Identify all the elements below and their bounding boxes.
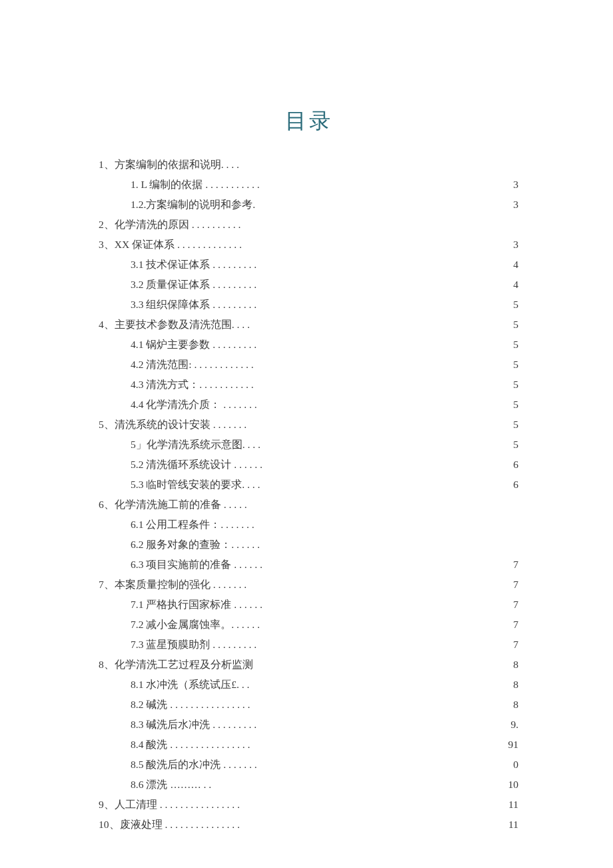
toc-entry: 3.2 质量保证体系 . . . . . . . . . (99, 275, 305, 295)
toc-page-number: 7 (305, 615, 518, 635)
toc-page-number: 7 (305, 635, 518, 655)
toc-entry: 7.1 严格执行国家标准 . . . . . . (99, 595, 305, 615)
toc-entry: 8.6 漂洗 ……… . . (99, 775, 305, 795)
toc-entry: 4.1 锅炉主要参数 . . . . . . . . . (99, 335, 305, 355)
toc-entry: 7、本案质量控制的强化 . . . . . . . (99, 575, 305, 595)
toc-page-number: 7 (305, 575, 518, 595)
toc-entry: 5」化学清洗系统示意图. . . . (99, 435, 305, 455)
toc-entry: 3.1 技术保证体系 . . . . . . . . . (99, 255, 305, 275)
toc-body: 1、方案编制的依据和说明. . . .1. L 编制的依据 . . . . . … (99, 155, 520, 835)
toc-entry: 3.3 组织保障体系 . . . . . . . . . (99, 295, 305, 315)
toc-page-number: 7 (305, 595, 518, 615)
toc-entry: 7.3 蓝星预膜助剂 . . . . . . . . . (99, 635, 305, 655)
toc-page-number: 5 (305, 355, 518, 375)
toc-entry: 4.2 清洗范围: . . . . . . . . . . . . (99, 355, 305, 375)
toc-page-number: 7 (305, 555, 518, 575)
toc-entry: 8.3 碱洗后水冲洗 . . . . . . . . . (99, 715, 305, 735)
toc-entry: 6.2 服务对象的查验：. . . . . . (99, 535, 305, 555)
toc-page-number: 5 (305, 395, 518, 415)
toc-page-number: 5 (305, 415, 518, 435)
toc-entry: 1、方案编制的依据和说明. . . . (99, 155, 305, 175)
toc-entry: 8、化学清洗工艺过程及分析监测 (99, 655, 305, 675)
toc-page-number: 6 (305, 475, 518, 495)
toc-entry: 10、废液处理 . . . . . . . . . . . . . . . (99, 815, 305, 835)
toc-page-number: 10 (305, 775, 518, 795)
toc-title: 目录 (99, 107, 520, 136)
toc-page-number: 9. (305, 715, 518, 735)
toc-entry: 8.5 酸洗后的水冲洗 . . . . . . . (99, 755, 305, 775)
toc-page-number: 8 (305, 655, 518, 675)
toc-page-number: 3 (305, 195, 518, 215)
toc-entry: 5、清洗系统的设计安装 . . . . . . . (99, 415, 305, 435)
toc-entry: 8.4 酸洗 . . . . . . . . . . . . . . . . (99, 735, 305, 755)
toc-entry: 3、XX 保证体系 . . . . . . . . . . . . . (99, 235, 305, 255)
toc-entry: 8.1 水冲洗（系统试压£. . . (99, 675, 305, 695)
toc-page-number: 5 (305, 375, 518, 395)
toc-page-number: 91 (305, 735, 518, 755)
toc-entry: 2、化学清洗的原因 . . . . . . . . . . (99, 215, 305, 235)
toc-page-number: 8 (305, 675, 518, 695)
toc-page-number: 4 (305, 275, 518, 295)
toc-page-number: 5 (305, 435, 518, 455)
toc-page-number: 3 (305, 175, 518, 195)
toc-entry: 5.2 清洗循环系统设计 . . . . . . (99, 455, 305, 475)
toc-page-number: 0 (305, 755, 518, 775)
toc-page-number: 5 (305, 335, 518, 355)
toc-entry: 4.3 清洗方式：. . . . . . . . . . . (99, 375, 305, 395)
toc-entry: 8.2 碱洗 . . . . . . . . . . . . . . . . (99, 695, 305, 715)
toc-entry: 7.2 减小金属腐蚀率。. . . . . . (99, 615, 305, 635)
toc-entry: 1. L 编制的依据 . . . . . . . . . . . (99, 175, 305, 195)
toc-page-number: 4 (305, 255, 518, 275)
toc-page-number: 5 (305, 315, 518, 335)
toc-entry: 5.3 临时管线安装的要求. . . . (99, 475, 305, 495)
toc-page-number: 5 (305, 295, 518, 315)
toc-entries-column: 1、方案编制的依据和说明. . . .1. L 编制的依据 . . . . . … (99, 155, 305, 835)
toc-entry: 6.1 公用工程条件：. . . . . . . (99, 515, 305, 535)
document-page: 目录 1、方案编制的依据和说明. . . .1. L 编制的依据 . . . .… (0, 0, 613, 868)
toc-entry: 4、主要技术参数及清洗范围. . . . (99, 315, 305, 335)
toc-entry: 6、化学清洗施工前的准备 . . . . . (99, 495, 305, 515)
toc-entry: 4.4 化学清洗介质： . . . . . . . (99, 395, 305, 415)
toc-page-number: 8 (305, 695, 518, 715)
toc-page-number: 3 (305, 235, 518, 255)
toc-entry: 9、人工清理 . . . . . . . . . . . . . . . . (99, 795, 305, 815)
toc-pages-column: .33.3445555555566...777778889.910101111 (305, 155, 520, 835)
toc-entry: 1.2.方案编制的说明和参考. (99, 195, 305, 215)
toc-page-number: 6 (305, 455, 518, 475)
toc-page-number: 11 (305, 815, 518, 835)
toc-entry: 6.3 项目实施前的准备 . . . . . . (99, 555, 305, 575)
toc-page-number: 11 (305, 795, 518, 815)
